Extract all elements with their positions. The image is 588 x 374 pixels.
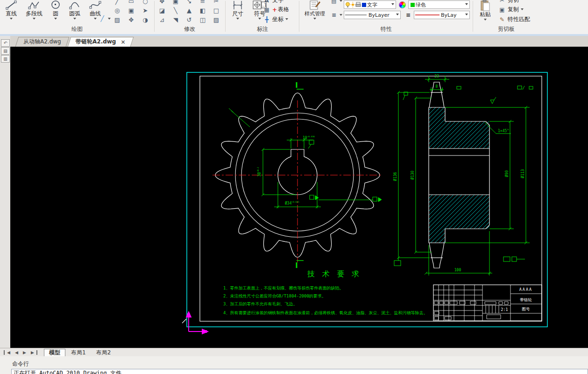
match-properties-button[interactable]: ✎特性匹配 [498,15,530,23]
copy-object-icon[interactable]: ▣ [170,0,182,6]
arc-icon [69,0,81,10]
close-icon[interactable]: × [120,39,125,45]
table-plus-icon: + [272,7,277,13]
table-button[interactable]: ▦+表格 [262,6,289,14]
hatch-edit-icon[interactable]: ▨ [210,15,222,24]
panel-separator [473,1,473,32]
explode-icon[interactable]: ╲ [170,6,182,15]
layer-color-swatch [362,3,366,7]
trim-icon[interactable]: ✂ [210,0,222,6]
layout1-tab[interactable]: 布局1 [66,349,91,356]
table-palette-icon[interactable]: ▥ [1,55,10,63]
cut-button[interactable]: ✂剪切 [498,0,519,4]
gradient-icon[interactable]: ✥ [125,15,137,24]
scale-icon[interactable]: ⊿ [156,15,168,24]
text-button[interactable]: A文字 [262,0,283,4]
text-tool-icon: A [262,0,271,4]
last-layout-button[interactable]: ▶ [28,350,37,355]
style-manager-button[interactable]: 样式管理 [302,0,328,21]
arc-label: 圆弧 [69,11,80,17]
stretch-icon[interactable]: ↘ [183,0,195,6]
point-icon[interactable]: ➤ [139,6,151,15]
coordinate-button[interactable]: ╋坐标 [262,15,288,23]
lineweight-preview [415,14,439,16]
clipboard-panel-label: 剪切板 [474,25,539,33]
construction-line-icon[interactable]: ╱ [111,0,123,6]
lineweight-list-button[interactable]: ≡ [330,11,342,19]
chamfer-icon[interactable]: ◥ [170,15,182,24]
lineweight-combo[interactable]: ByLayer [414,11,470,19]
next-layout-button[interactable]: ▶ [21,350,28,355]
first-layout-button[interactable]: ◀ [4,350,13,355]
offset-icon[interactable]: ≡ [197,0,209,6]
dimension-button[interactable]: 尺寸 [228,0,248,21]
dim-tooth-tip: 8 [436,85,438,89]
ellipse-icon[interactable]: ○ [139,0,151,6]
tech-req-item-1: 1、零件加工表面上，不应有划痕、擦伤等损伤零件表面的缺陷。 [223,286,343,290]
linetype-manager-icon: ≡ [404,11,412,19]
autocad-window: 直线 多段线 圆 圆弧 曲线 ╱ ╱▭○◎▣➤▨✥◑ 绘图 [0,0,588,374]
file-tab-1[interactable]: 从动轴A2.dwg [17,37,68,47]
linetype-combo[interactable]: ByLayer [344,11,401,19]
chevron-down-icon [33,18,35,21]
command-line-label: 命令行 [12,360,29,368]
cut-label: 剪切 [508,0,519,4]
move-icon[interactable]: ✥ [156,0,168,6]
copy-button[interactable]: ▣复制 [498,6,524,14]
properties-panel-label: 特性 [300,25,473,33]
dimension-label: 尺寸 [232,11,243,17]
table-label: 表格 [278,6,289,14]
match-properties-label: 特性匹配 [508,15,530,23]
chevron-down-icon [484,19,487,22]
segment-button[interactable]: ╱ [98,15,111,22]
previous-layout-button[interactable]: ◀ [13,350,21,355]
draw-panel: 直线 多段线 圆 圆弧 曲线 ╱ ╱▭○◎▣➤▨✥◑ 绘图 [0,0,154,34]
spline-icon [89,0,101,10]
color-wheel-icon[interactable] [399,1,406,8]
circle-button[interactable]: 圆 [48,0,64,21]
ribbon: 直线 多段线 圆 圆弧 曲线 ╱ ╱▭○◎▣➤▨✥◑ 绘图 [0,0,588,34]
rotate-icon[interactable]: ↺ [183,15,195,24]
file-tab-bar: 从动轴A2.dwg 带链轮A2.dwg× [10,36,588,47]
chevron-down-icon [94,18,97,21]
tech-req-title: 技 术 要 求 [307,269,361,278]
drawing-canvas[interactable]: 10+0.036 38+0.2 Ø34+0.025 [10,47,588,348]
overlap-icon[interactable]: ◧ [197,6,209,15]
publish-icon[interactable]: ↶ [1,39,10,47]
command-input[interactable]: 正在打开 AutoCAD 2010 Drawing 文件 [11,369,588,374]
arc-button[interactable]: 圆弧 [64,0,85,21]
revision-cloud-icon[interactable]: ◎ [111,6,123,15]
side-palette-strip: ↶▤▥ [0,36,10,348]
paste-button[interactable]: 粘贴 [476,0,494,22]
hatch-icon[interactable]: ▨ [111,15,123,24]
line-button[interactable]: 直线 [2,0,21,21]
chevron-down-icon [313,18,316,21]
chevron-down-icon [340,0,342,3]
file-tab-2-active[interactable]: 带链轮A2.dwg× [69,37,132,47]
erase-icon[interactable]: ◪ [156,6,168,15]
polyline-button[interactable]: 多段线 [21,0,47,21]
chevron-down-icon [465,3,468,7]
chevron-down-icon [236,18,239,21]
model-tab[interactable]: 模型 [44,349,65,357]
layer-combo[interactable]: 文字 [344,0,396,9]
region-icon[interactable]: ▣ [125,6,137,15]
mirror-icon[interactable]: ▲ [183,6,195,15]
layer-palette-icon[interactable]: ▤ [1,47,10,55]
rectangle-array-icon[interactable]: □ [210,6,222,15]
linetype-manager-button[interactable]: ≡ [404,11,413,19]
chevron-down-icon [285,18,288,21]
style-manager-icon [309,0,321,10]
layer-value: 文字 [367,1,377,8]
coordinate-icon: ╋ [262,16,271,23]
layout2-tab[interactable]: 布局2 [92,349,116,356]
lineweight-value: ByLayer [441,12,457,18]
3d-mirror-icon[interactable]: ◫ [197,15,209,24]
boundary-icon[interactable]: ◑ [139,15,151,24]
paste-icon [480,0,491,11]
color-combo[interactable]: 绿色 [408,0,470,9]
command-message: 正在打开 AutoCAD 2010 Drawing 文件 [14,370,121,374]
sun-icon [350,2,355,7]
layer-tools-button[interactable]: ▤ [330,0,342,5]
rectangle-icon[interactable]: ▭ [125,0,137,6]
